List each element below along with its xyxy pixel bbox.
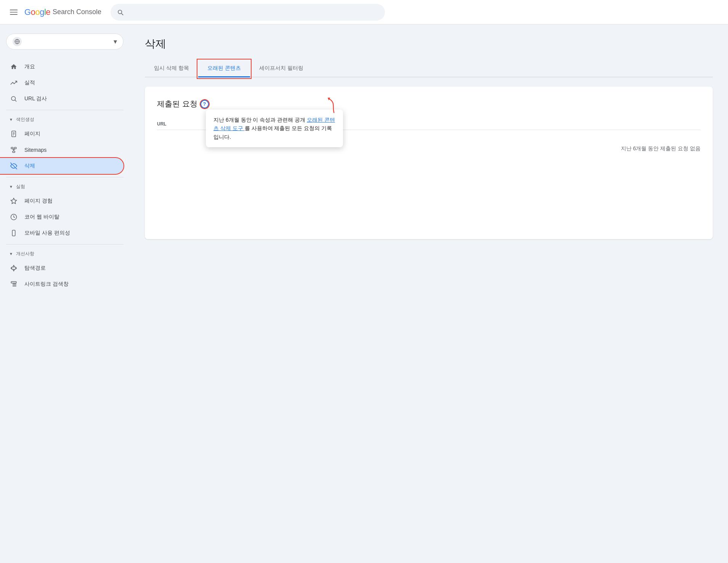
property-select-button[interactable]: ▾ (6, 34, 123, 50)
property-icon (13, 37, 22, 46)
help-icon[interactable]: ? (200, 100, 209, 108)
sidebar-item-overview[interactable]: 개요 (0, 59, 123, 75)
layout: ▾ 개요 실적 URL 검사 (0, 24, 728, 563)
sidebar-item-page-experience-label: 페이지 경험 (24, 198, 53, 204)
card-title-row: 제출된 요청 ? (157, 99, 701, 109)
content-card: 제출된 요청 ? 지난 6개월 동안 이 속성과 관련해 공개 오래된 콘텐츠 … (145, 87, 713, 239)
svg-rect-10 (11, 147, 13, 149)
tab-safesearch[interactable]: 세이프서치 필터링 (250, 60, 313, 77)
svg-rect-11 (14, 147, 16, 149)
svg-rect-2 (10, 14, 18, 15)
svg-rect-12 (13, 151, 15, 153)
search-icon (117, 8, 124, 16)
sidebar-item-sitelinks[interactable]: 사이트링크 검색창 (0, 276, 123, 292)
sidebar-item-breadcrumbs[interactable]: 탐색경로 (0, 260, 123, 276)
sidebar-item-mobile-usability[interactable]: 모바일 사용 편의성 (0, 225, 123, 241)
search-bar (111, 4, 385, 21)
chevron-down-icon: ▾ (114, 37, 117, 46)
main-content: 삭제 임시 삭제 항목 오래된 콘텐츠 세이프서치 필터링 제출된 요청 ? (130, 24, 728, 563)
eye-off-icon (9, 162, 18, 169)
collapse-icon-3: ▼ (9, 252, 13, 256)
property-selector[interactable]: ▾ (6, 34, 123, 50)
sidebar-item-pages-label: 페이지 (24, 130, 40, 137)
sidebar-item-sitelinks-label: 사이트링크 검색창 (24, 281, 69, 288)
tab-temp-removals[interactable]: 임시 삭제 항목 (145, 60, 198, 77)
collapse-icon: ▼ (9, 117, 13, 122)
svg-line-5 (15, 100, 16, 101)
sidebar-item-core-web-vitals[interactable]: 코어 웹 바이탈 (0, 209, 123, 225)
sidebar-item-removals[interactable]: 삭제 (0, 158, 123, 174)
trending-up-icon (9, 79, 18, 86)
svg-point-4 (11, 97, 16, 101)
tooltip: 지난 6개월 동안 이 속성과 관련해 공개 오래된 콘텐츠 삭제 도구 를 사… (206, 109, 343, 147)
mobile-icon (9, 230, 18, 236)
sidebar-item-url-inspection-label: URL 검사 (24, 95, 47, 102)
sidebar-item-core-web-vitals-label: 코어 웹 바이탈 (24, 214, 59, 220)
search-nav-icon (9, 95, 18, 102)
sidebar-item-url-inspection[interactable]: URL 검사 (0, 91, 123, 107)
sidebar-item-sitemaps[interactable]: Sitemaps (0, 142, 123, 158)
search-input[interactable] (128, 9, 379, 16)
tab-outdated-content[interactable]: 오래된 콘텐츠 (198, 60, 250, 77)
tabs: 임시 삭제 항목 오래된 콘텐츠 세이프서치 필터링 (145, 60, 713, 77)
svg-marker-17 (11, 198, 17, 204)
sidebar-item-breadcrumbs-label: 탐색경로 (24, 265, 46, 272)
header: Google Search Console (0, 0, 728, 24)
sidebar-item-pages[interactable]: 페이지 (0, 126, 123, 142)
sitemaps-icon (9, 146, 18, 153)
section-experiments: ▼ 실험 (0, 180, 130, 193)
breadcrumbs-icon (9, 265, 18, 272)
svg-rect-19 (12, 230, 15, 236)
card-title: 제출된 요청 (157, 99, 197, 109)
tooltip-text-before: 지난 6개월 동안 이 속성과 관련해 공개 (213, 117, 305, 123)
divider-1 (6, 110, 123, 110)
divider-3 (6, 244, 123, 245)
sidebar-item-overview-label: 개요 (24, 63, 35, 70)
sidebar-item-performance-label: 실적 (24, 79, 35, 86)
section-experiments-label: 실험 (16, 183, 25, 190)
menu-icon[interactable] (6, 5, 21, 20)
sidebar-item-performance[interactable]: 실적 (0, 75, 123, 91)
svg-rect-0 (10, 10, 18, 10)
sidebar-item-removals-label: 삭제 (24, 162, 35, 169)
pages-icon (9, 130, 18, 137)
section-indexing: ▼ 색인생성 (0, 113, 130, 126)
home-icon (9, 63, 18, 70)
sidebar: ▾ 개요 실적 URL 검사 (0, 24, 130, 563)
divider-2 (6, 177, 123, 177)
section-improvements-label: 개선사항 (16, 251, 34, 257)
svg-rect-1 (10, 12, 18, 13)
sidebar-nav: 개요 실적 URL 검사 ▼ 색인생성 (0, 56, 130, 295)
collapse-icon-2: ▼ (9, 185, 13, 189)
google-text: Google (24, 7, 50, 17)
app-logo: Google Search Console (24, 7, 101, 17)
page-title: 삭제 (145, 37, 713, 51)
gauge-icon (9, 214, 18, 220)
sitelinks-icon (9, 281, 18, 288)
svg-rect-21 (11, 282, 16, 283)
sidebar-item-page-experience[interactable]: 페이지 경험 (0, 193, 123, 209)
star-icon (9, 198, 18, 204)
sidebar-item-mobile-usability-label: 모바일 사용 편의성 (24, 230, 70, 236)
sidebar-item-sitemaps-label: Sitemaps (24, 147, 47, 153)
section-improvements: ▼ 개선사항 (0, 248, 130, 260)
section-indexing-label: 색인생성 (16, 116, 34, 123)
app-name: Search Console (53, 8, 101, 16)
tooltip-arrow (318, 96, 339, 115)
